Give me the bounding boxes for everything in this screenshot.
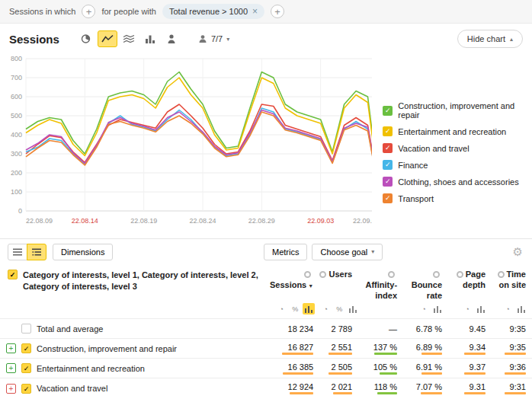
hide-chart-button[interactable]: Hide chart ▴ — [457, 30, 523, 48]
value-bar — [282, 353, 313, 355]
cell-affinity: — — [376, 324, 397, 334]
metric-circle-icon — [433, 271, 440, 278]
person-chart-mode-button[interactable] — [162, 30, 181, 47]
legend-checkbox[interactable]: ✓ — [383, 143, 393, 153]
expand-row-button[interactable]: + — [6, 363, 16, 373]
svg-text:300: 300 — [11, 150, 22, 158]
row-checkbox[interactable] — [21, 324, 31, 334]
cell-sessions: 18 234 — [288, 324, 314, 334]
pie-toggle-icon[interactable]: ◔ — [418, 303, 430, 314]
table-row[interactable]: +✓Vacation and travel12 9242 021118 %7.0… — [0, 378, 532, 398]
remove-filter-icon[interactable]: × — [252, 6, 258, 17]
tree-view-button[interactable] — [27, 244, 46, 260]
cell-bounce: 6.89 % — [416, 343, 442, 352]
expand-row-button[interactable]: + — [6, 343, 16, 353]
column-chart-mode-button[interactable] — [140, 30, 160, 47]
bar-toggle-icon[interactable] — [347, 303, 359, 314]
group-header-label: Category of interests, level 1, Category… — [23, 270, 262, 292]
table-row[interactable]: Total and average18 2342 789—6.78 %9.459… — [0, 319, 532, 339]
legend-label: Construction, improvement and repair — [398, 101, 532, 120]
cell-affinity: 105 % — [373, 362, 397, 372]
percent-toggle-icon[interactable]: % — [289, 303, 301, 314]
legend-checkbox[interactable]: ✓ — [383, 126, 393, 136]
row-label: Construction, improvement and repair — [37, 344, 177, 353]
percent-toggle-icon[interactable]: % — [333, 303, 345, 314]
value-bar — [283, 372, 313, 375]
chart-title: Sessions — [9, 33, 59, 46]
cell-time: 9:35 — [505, 343, 526, 352]
legend-checkbox[interactable]: ✓ — [383, 193, 393, 203]
legend-checkbox[interactable]: ✓ — [383, 160, 393, 170]
row-checkbox[interactable]: ✓ — [21, 343, 31, 353]
column-header-depth[interactable]: Page depth — [448, 264, 492, 301]
svg-text:22.08.29: 22.08.29 — [248, 217, 275, 225]
metrics-button[interactable]: Metrics — [264, 244, 307, 260]
choose-goal-dropdown[interactable]: Choose goal ▾ — [312, 244, 383, 260]
cell-time: 9:35 — [505, 324, 526, 334]
legend-item: ✓Transport — [383, 193, 532, 203]
legend-checkbox[interactable]: ✓ — [383, 177, 393, 187]
table-header-row: ✓ Category of interests, level 1, Catego… — [0, 264, 532, 301]
expand-row-button[interactable]: + — [6, 384, 16, 394]
pie-toggle-icon[interactable]: ◔ — [461, 303, 473, 314]
pie-toggle-icon[interactable]: ◔ — [275, 303, 287, 314]
svg-text:22.08.19: 22.08.19 — [130, 217, 157, 225]
svg-text:500: 500 — [11, 112, 22, 120]
pie-toggle-icon[interactable]: ◔ — [502, 303, 514, 314]
person-icon — [198, 34, 207, 43]
column-header-affinity[interactable]: Affinity-index — [358, 264, 403, 301]
flat-list-view-button[interactable] — [8, 244, 27, 260]
value-bar — [505, 392, 526, 394]
pie-toggle-icon[interactable]: ◔ — [319, 303, 332, 314]
add-people-condition-button[interactable]: + — [271, 5, 284, 18]
cell-users: 2 551 — [328, 343, 352, 352]
people-filter-label: for people with — [101, 7, 156, 16]
gear-icon[interactable]: ⚙ — [513, 245, 523, 259]
column-header-time[interactable]: Time on site — [492, 264, 532, 301]
dimensions-button[interactable]: Dimensions — [53, 244, 113, 260]
legend-label: Vacation and travel — [398, 144, 469, 153]
bar-toggle-icon[interactable] — [431, 303, 444, 314]
cell-sessions: 16 827 — [282, 343, 313, 352]
pie-chart-icon — [80, 34, 92, 44]
cell-affinity: 118 % — [374, 382, 397, 391]
flat-list-icon — [13, 248, 22, 256]
metric-circle-icon — [388, 271, 395, 278]
value-bar — [380, 372, 397, 375]
filter-chip[interactable]: Total revenue > 1000 × — [162, 4, 264, 19]
table-toolbar: Dimensions Metrics Choose goal ▾ ⚙ — [0, 238, 532, 264]
bar-toggle-icon[interactable] — [475, 303, 487, 314]
legend-item: ✓Clothing, shoes and accessories — [383, 177, 532, 187]
filter-bar: Sessions in which + for people with Tota… — [0, 0, 532, 24]
sessions-line-chart[interactable]: 010020030040050060070080022.08.0922.08.1… — [3, 51, 372, 238]
segments-visibility-dropdown[interactable]: 7/7 ▾ — [194, 34, 234, 44]
bar-toggle-icon[interactable] — [303, 303, 315, 314]
stacked-chart-mode-button[interactable] — [119, 30, 139, 47]
select-all-checkbox[interactable]: ✓ — [8, 270, 18, 279]
value-bar — [333, 392, 352, 394]
column-header-sessions[interactable]: Sessions▼ — [268, 264, 319, 301]
value-bar — [464, 372, 486, 375]
person-chart-icon — [165, 34, 178, 44]
table-row[interactable]: +✓Construction, improvement and repair16… — [0, 339, 532, 359]
cell-bounce: 6.78 % — [416, 324, 442, 334]
add-session-condition-button[interactable]: + — [82, 5, 95, 18]
filter-chip-label: Total revenue > 1000 — [169, 7, 248, 16]
row-checkbox[interactable]: ✓ — [21, 363, 31, 373]
chevron-down-icon: ▾ — [226, 36, 229, 43]
value-bar — [505, 353, 526, 355]
report-table: ✓ Category of interests, level 1, Catego… — [0, 264, 532, 398]
row-checkbox[interactable]: ✓ — [21, 384, 31, 394]
legend-checkbox[interactable]: ✓ — [383, 106, 393, 116]
pie-chart-mode-button[interactable] — [76, 30, 96, 47]
column-header-users[interactable]: Users — [319, 264, 358, 301]
line-chart-mode-button[interactable] — [98, 30, 117, 47]
value-bar — [421, 392, 442, 394]
svg-text:100: 100 — [11, 188, 22, 196]
bar-toggle-icon[interactable] — [515, 303, 527, 314]
value-bar — [505, 372, 526, 375]
svg-text:22.08.09: 22.08.09 — [26, 217, 53, 225]
table-row[interactable]: +✓Entertainment and recreation16 3852 50… — [0, 359, 532, 378]
column-header-bounce[interactable]: Bounce rate — [403, 264, 448, 301]
chart-area: 010020030040050060070080022.08.0922.08.1… — [0, 51, 532, 238]
